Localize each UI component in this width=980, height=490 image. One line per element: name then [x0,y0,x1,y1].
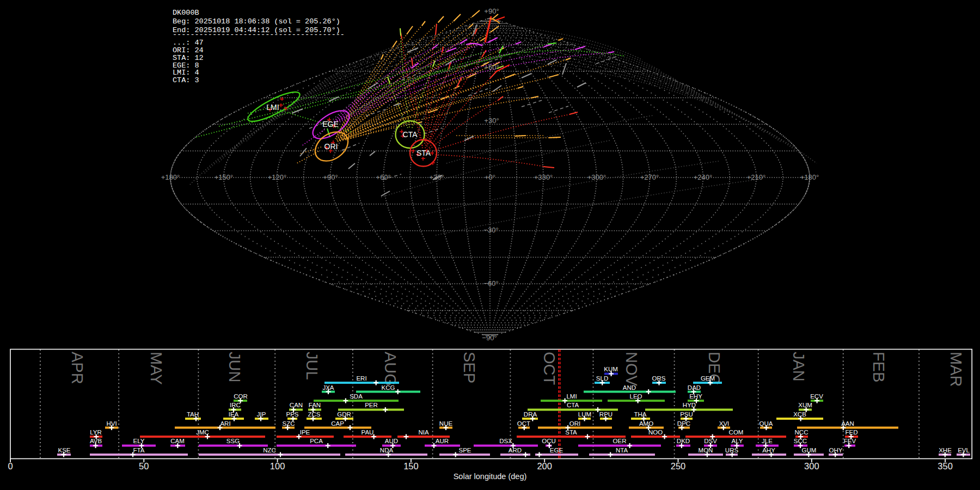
svg-text:50: 50 [139,461,149,471]
svg-text:+270°: +270° [640,173,659,181]
svg-text:300: 300 [804,461,819,471]
svg-text:DK000B: DK000B [173,9,199,17]
svg-text:JUN: JUN [226,352,243,382]
svg-text:NZC: NZC [263,447,276,454]
svg-text:ORI: 24: ORI: 24 [173,46,204,54]
svg-text:LMI: 4: LMI: 4 [173,69,199,77]
svg-text:PER: PER [365,402,378,408]
svg-text:AUG: AUG [382,352,399,386]
svg-text:FTA: FTA [133,447,145,454]
svg-text:LMI: LMI [266,103,279,112]
svg-text:+330°: +330° [534,173,553,181]
svg-text:200: 200 [537,461,552,471]
svg-text:+180°: +180° [800,173,819,181]
svg-text:NIA: NIA [418,429,429,436]
svg-text:JLE: JLE [762,438,773,444]
svg-text:KSE: KSE [58,447,70,454]
svg-text:FEV: FEV [844,438,856,444]
svg-text:AUD: AUD [385,438,398,444]
svg-text:LEO: LEO [629,393,642,400]
svg-text:NOV: NOV [623,352,640,387]
svg-text:CTA: CTA [567,402,579,408]
svg-text:+120°: +120° [268,173,286,181]
svg-text:100: 100 [270,461,285,471]
svg-text:DPC: DPC [677,420,690,427]
svg-text:Beg: 20251018 18:06:38 (sol =: Beg: 20251018 18:06:38 (sol = 205.26°) [173,17,340,26]
svg-text:------------------------------: --------------------------------------- [173,30,345,39]
svg-text:NCC: NCC [795,429,808,436]
svg-text:AND: AND [623,384,636,391]
svg-text:AHY: AHY [762,447,775,454]
svg-text:+180°: +180° [161,173,180,181]
svg-text:+300°: +300° [587,173,606,181]
svg-text:PAU: PAU [362,429,374,436]
svg-text:SDA: SDA [350,393,363,400]
svg-text:STA: STA [416,149,431,157]
svg-text:XUM: XUM [798,402,812,408]
svg-text:IRC: IRC [230,402,241,408]
svg-text:MAY: MAY [148,352,165,385]
svg-text:APR: APR [69,352,86,384]
svg-text:CTA: 3: CTA: 3 [173,76,199,84]
svg-text:TAH: TAH [187,411,199,418]
svg-text:ORI: ORI [569,420,580,427]
svg-text:THA: THA [634,411,647,418]
svg-text:−90°: −90° [482,334,497,342]
svg-text:JIP: JIP [257,411,266,418]
svg-text:AUR: AUR [436,438,449,444]
svg-text:−30°: −30° [483,226,498,234]
svg-text:STA: STA [565,429,577,436]
svg-text:EGE: EGE [550,447,564,454]
svg-text:0: 0 [8,461,13,471]
svg-text:250: 250 [671,461,686,471]
svg-text:MAR: MAR [947,352,965,387]
svg-text:+30°: +30° [429,173,444,181]
svg-text:ORI: ORI [324,142,338,151]
svg-text:GDR: GDR [337,411,351,418]
svg-text:AMO: AMO [639,420,653,427]
svg-text:+0°: +0° [485,173,495,181]
svg-text:LMI: LMI [566,393,577,400]
svg-text:FEB: FEB [870,352,887,382]
svg-text:+90°: +90° [484,7,499,15]
svg-text:NDA: NDA [380,447,394,454]
svg-text:ARD: ARD [509,447,522,454]
svg-text:COM: COM [729,429,744,436]
svg-text:DKD: DKD [677,438,690,444]
svg-text:350: 350 [938,461,953,471]
svg-text:NTA: NTA [616,447,628,454]
svg-text:ERI: ERI [356,375,366,382]
svg-text:NOO: NOO [648,429,663,436]
svg-text:SSG: SSG [226,438,240,444]
svg-text:IPE: IPE [300,429,310,436]
svg-text:Solar longitude (deg): Solar longitude (deg) [454,472,527,481]
svg-text:ELY: ELY [133,438,145,444]
svg-text:OCT: OCT [541,352,558,385]
svg-text:FAN: FAN [309,402,321,408]
svg-text:+60°: +60° [484,63,499,71]
svg-text:GEM: GEM [701,375,715,382]
svg-text:PCA: PCA [310,438,323,444]
svg-text:XCB: XCB [793,411,806,418]
svg-text:JAN: JAN [790,352,807,382]
svg-text:CTA: CTA [403,130,418,139]
svg-text:+240°: +240° [694,173,712,181]
svg-text:SPE: SPE [458,447,471,454]
svg-text:EGE: EGE [322,120,339,128]
svg-text:SZC: SZC [283,420,295,427]
svg-text:150: 150 [403,461,419,471]
svg-text:DSX: DSX [499,438,512,444]
svg-text:+150°: +150° [215,173,233,181]
svg-text:OER: OER [613,438,627,444]
svg-text:JUL: JUL [303,352,321,380]
svg-text:KCG: KCG [382,384,395,391]
svg-text:ARI: ARI [220,420,230,427]
svg-text:+90°: +90° [323,173,338,181]
svg-text:+60°: +60° [376,173,390,181]
svg-text:XVI: XVI [719,420,730,427]
svg-text:SEP: SEP [461,352,478,383]
svg-text:CAP: CAP [331,420,344,427]
svg-text:+210°: +210° [747,173,765,181]
svg-text:DRA: DRA [524,411,537,418]
svg-text:CAN: CAN [290,402,303,408]
